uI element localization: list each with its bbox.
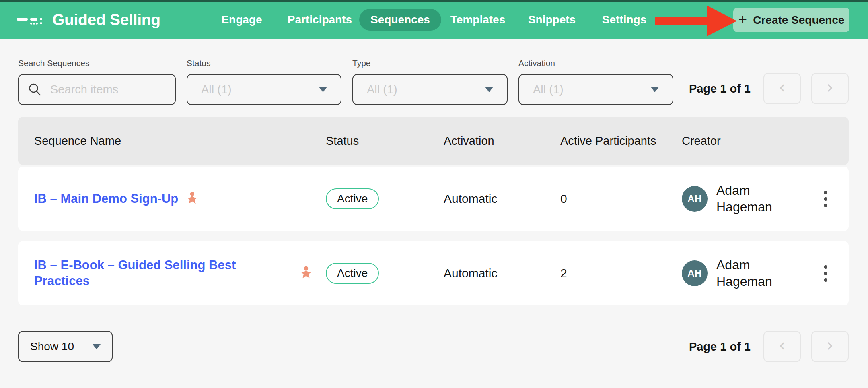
- sequence-link[interactable]: IB – Main Demo Sign-Up: [34, 191, 178, 207]
- nav-tab-snippets[interactable]: Snippets: [528, 13, 576, 26]
- sequence-name-cell: IB – E-Book – Guided Selling Best Practi…: [34, 258, 326, 289]
- person-star-icon: [298, 266, 314, 281]
- status-filter-label: Status: [187, 58, 341, 68]
- creator-name: Adam Hageman: [716, 257, 785, 290]
- activation-dropdown[interactable]: All (1): [518, 74, 673, 105]
- sequence-link[interactable]: IB – E-Book – Guided Selling Best Practi…: [34, 258, 292, 289]
- chevron-right-icon: ›: [827, 337, 833, 354]
- activation-cell: Automatic: [444, 192, 560, 206]
- pagination-top: Page 1 of 1 ‹ ›: [689, 73, 849, 104]
- chevron-left-icon: ‹: [779, 337, 786, 354]
- type-dropdown-value: All (1): [367, 83, 397, 96]
- activation-dropdown-value: All (1): [533, 83, 564, 96]
- nav-tab-engage[interactable]: Engage: [221, 13, 262, 26]
- window-top-edge: [0, 0, 868, 2]
- active-participants-cell: 0: [560, 192, 682, 206]
- kebab-menu-icon[interactable]: [817, 185, 834, 213]
- nav-tab-sequences[interactable]: Sequences: [359, 9, 441, 31]
- chevron-down-icon: [651, 87, 659, 92]
- type-filter: Type All (1): [352, 58, 508, 105]
- active-participants-cell: 2: [560, 266, 682, 280]
- search-box[interactable]: [18, 74, 176, 105]
- status-badge: Active: [326, 263, 379, 284]
- avatar: AH: [682, 186, 708, 212]
- plus-icon: +: [738, 12, 747, 27]
- column-header-active-participants: Active Participants: [560, 134, 682, 148]
- search-field-label: Search Sequences: [18, 58, 176, 68]
- table-header-row: Sequence Name Status Activation Active P…: [18, 117, 849, 165]
- create-sequence-button[interactable]: + Create Sequence: [733, 8, 849, 32]
- app-title: Guided Selling: [52, 11, 160, 29]
- create-sequence-label: Create Sequence: [753, 14, 844, 27]
- person-star-icon: [185, 191, 200, 206]
- top-navigation-bar: Guided Selling Engage Participants Seque…: [0, 0, 868, 39]
- status-filter: Status All (1): [187, 58, 341, 105]
- chevron-down-icon: [93, 344, 101, 349]
- sequence-name-cell: IB – Main Demo Sign-Up: [34, 191, 326, 207]
- next-page-button[interactable]: ›: [811, 73, 849, 104]
- column-header-activation: Activation: [444, 134, 560, 148]
- creator-cell: AH Adam Hageman: [682, 257, 817, 290]
- activation-filter: Activation All (1): [518, 58, 673, 105]
- creator-cell: AH Adam Hageman: [682, 182, 817, 215]
- page-indicator: Page 1 of 1: [689, 340, 751, 353]
- column-header-creator: Creator: [682, 134, 817, 148]
- avatar: AH: [682, 260, 708, 286]
- pagination-bottom: Page 1 of 1 ‹ ›: [689, 331, 849, 362]
- previous-page-button[interactable]: ‹: [763, 73, 801, 104]
- sequences-table: Sequence Name Status Activation Active P…: [18, 117, 849, 305]
- previous-page-button[interactable]: ‹: [763, 331, 801, 362]
- chevron-down-icon: [319, 87, 327, 92]
- search-field: Search Sequences: [18, 58, 176, 105]
- red-pointer-arrow-annotation: [655, 3, 738, 38]
- next-page-button[interactable]: ›: [811, 331, 849, 362]
- app-window: Guided Selling Engage Participants Seque…: [0, 0, 868, 388]
- brand: Guided Selling: [17, 0, 160, 39]
- column-header-sequence-name: Sequence Name: [34, 134, 326, 148]
- kebab-menu-icon[interactable]: [817, 259, 834, 287]
- search-input[interactable]: [50, 83, 166, 96]
- page-size-dropdown[interactable]: Show 10: [18, 331, 113, 362]
- nav-tab-templates[interactable]: Templates: [450, 13, 505, 26]
- status-dropdown-value: All (1): [201, 83, 232, 96]
- chevron-left-icon: ‹: [779, 79, 786, 96]
- page-indicator: Page 1 of 1: [689, 82, 751, 95]
- status-dropdown[interactable]: All (1): [187, 74, 341, 105]
- chevron-down-icon: [485, 87, 493, 92]
- status-cell: Active: [326, 188, 444, 209]
- type-dropdown[interactable]: All (1): [352, 74, 508, 105]
- status-badge: Active: [326, 188, 379, 209]
- page-size-value: Show 10: [30, 340, 74, 353]
- nav-tab-settings[interactable]: Settings: [602, 13, 646, 26]
- status-cell: Active: [326, 263, 444, 284]
- activation-cell: Automatic: [444, 266, 560, 280]
- activation-filter-label: Activation: [518, 58, 673, 68]
- nav-tab-participants[interactable]: Participants: [288, 13, 352, 26]
- table-row: IB – Main Demo Sign-Up Active Automatic …: [18, 167, 849, 231]
- type-filter-label: Type: [352, 58, 508, 68]
- column-header-status: Status: [326, 134, 444, 148]
- chevron-right-icon: ›: [827, 79, 833, 96]
- logo-icon: [17, 12, 45, 27]
- creator-name: Adam Hageman: [716, 182, 785, 215]
- table-row: IB – E-Book – Guided Selling Best Practi…: [18, 241, 849, 305]
- search-icon: [28, 83, 42, 97]
